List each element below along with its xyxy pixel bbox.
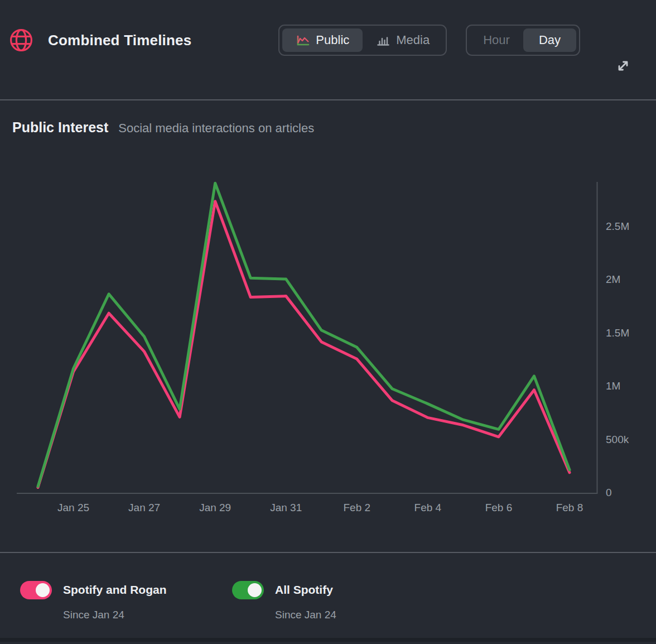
tab-public[interactable]: Public [282,28,363,52]
view-toggle-group: Public Media [278,25,447,56]
y-axis-label: 2M [606,273,620,285]
y-axis-label: 1M [606,380,620,392]
series-line-spotify-and-rogan [38,201,570,488]
chart-axes [17,182,597,493]
chart-titles: Public Interest Social media interaction… [12,119,314,136]
tab-hour-label: Hour [483,33,510,47]
y-axis-label: 0 [606,487,612,498]
toggle-spotify-and-rogan[interactable] [20,581,52,599]
globe-icon [9,28,33,52]
legend-sublabel: Since Jan 24 [63,609,167,621]
x-axis-label: Feb 6 [485,502,513,513]
expand-icon[interactable] [615,57,631,74]
tab-media-label: Media [396,33,430,47]
tab-hour[interactable]: Hour [470,28,523,52]
tab-public-label: Public [316,33,349,47]
legend-sublabel: Since Jan 24 [275,609,336,621]
chart-subtitle: Social media interactions on articles [118,121,314,136]
area-chart-icon [296,33,310,47]
toggle-knob [36,583,50,597]
x-axis-label: Jan 27 [128,502,160,513]
x-axis-label: Feb 4 [414,502,442,513]
legend-label: All Spotify [275,583,336,597]
legend: Spotify and Rogan Since Jan 24 All Spoti… [0,553,656,642]
legend-label: Spotify and Rogan [63,583,167,597]
x-axis-label: Jan 29 [199,502,231,513]
bar-chart-icon [376,33,390,47]
x-axis-label: Feb 2 [344,502,371,513]
x-axis-label: Jan 31 [270,502,302,513]
chart-svg: 0500k1M1.5M2M2.5MJan 25Jan 27Jan 29Jan 3… [0,100,656,553]
series-line-all-spotify [38,183,570,486]
x-axis-label: Feb 8 [556,502,583,513]
header: Combined Timelines Public [0,0,656,100]
toggle-knob [248,583,262,597]
legend-item-spotify-and-rogan: Spotify and Rogan Since Jan 24 [20,581,232,638]
granularity-toggle-group: Hour Day [466,25,580,56]
y-axis-label: 2.5M [606,220,629,232]
tab-day-label: Day [539,33,561,47]
x-axis-label: Jan 25 [57,502,89,513]
y-axis-label: 500k [606,434,629,445]
y-axis-label: 1.5M [606,327,629,339]
chart-panel: Public Interest Social media interaction… [0,100,656,553]
toggle-all-spotify[interactable] [232,581,264,599]
legend-item-all-spotify: All Spotify Since Jan 24 [232,581,336,638]
tab-day[interactable]: Day [523,28,576,52]
page-title: Combined Timelines [48,25,191,56]
chart-title: Public Interest [12,119,108,136]
tab-media[interactable]: Media [363,28,443,52]
